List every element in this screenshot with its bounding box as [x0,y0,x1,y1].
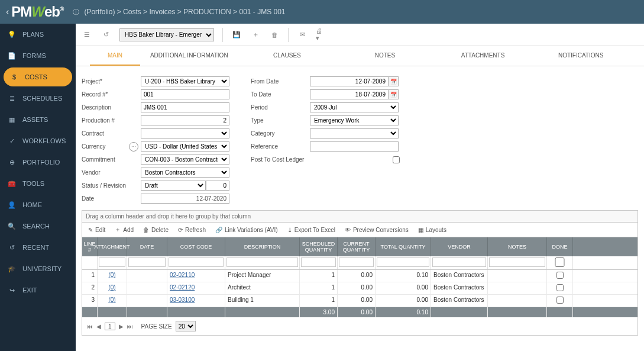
cell-cost-code[interactable]: 02-02120 [167,282,225,294]
grid-add-button[interactable]: ＋ Add [115,226,134,234]
sidebar-item-schedules[interactable]: ≣SCHEDULES [0,88,76,109]
save-icon[interactable]: 💾 [231,30,242,40]
sidebar-item-tools[interactable]: 🧰TOOLS [0,173,76,194]
tab-notifications[interactable]: NOTIFICATIONS [532,46,630,66]
grid-delete-button[interactable]: 🗑 Delete [143,226,169,234]
page-size-select[interactable]: 20 [176,321,196,331]
calendar-icon[interactable]: 📅 [389,89,399,99]
currency-select[interactable]: USD - Dollar (United States of America) [141,141,229,152]
description-input[interactable] [141,102,229,112]
sidebar-item-costs[interactable]: $COSTS [4,67,72,86]
grid-group-hint[interactable]: Drag a column header and drop it here to… [82,211,637,223]
currency-more-icon[interactable]: ⋯ [129,142,138,152]
calendar-icon[interactable]: 📅 [389,76,399,86]
sidebar-icon: ≣ [7,94,17,103]
list-icon[interactable]: ☰ [82,30,92,40]
filter-notes[interactable] [489,257,545,267]
print-icon[interactable]: 🖨 ▾ [316,30,326,40]
reference-input[interactable] [310,141,399,152]
grid-preview-button[interactable]: 👁 Preview Conversions [345,226,409,234]
record-select[interactable]: HBS Baker Library - Emergency Work [119,28,214,41]
sidebar-item-workflows[interactable]: ✓WORKFLOWS [0,130,76,152]
type-select[interactable]: Emergency Work [310,115,399,125]
col-done[interactable]: DONE [547,237,573,256]
sidebar-item-search[interactable]: 🔍SEARCH [0,215,76,237]
period-select[interactable]: 2009-Jul [310,102,399,112]
col-vendor[interactable]: VENDOR [431,237,488,256]
tab-notes[interactable]: NOTES [336,46,434,66]
sidebar-item-portfolio[interactable]: ⊕PORTFOLIO [0,152,76,173]
col-scheduled-qty[interactable]: SCHEDULED QUANTITY [300,237,338,256]
cell-cost-code[interactable]: 02-02110 [167,270,225,282]
sidebar-icon: ↪ [7,285,17,295]
label-from: From Date [251,78,310,85]
vendor-select[interactable]: Boston Contractors [141,168,229,178]
table-row[interactable]: 3(0)03-03100Building 110.000.00Boston Co… [82,295,637,307]
grid-layouts-button[interactable]: ▦ Layouts [418,226,446,234]
revision-input[interactable] [206,181,229,191]
history-icon[interactable]: ↺ [101,30,111,40]
pager-first-icon[interactable]: ⏮ [87,323,93,330]
col-description[interactable]: DESCRIPTION [225,237,300,256]
filter-attachment[interactable] [99,257,125,267]
sidebar-item-recent[interactable]: ↺RECENT [0,237,76,258]
col-total-qty[interactable]: TOTAL QUANTITY [376,237,431,256]
info-icon[interactable]: ⓘ [73,8,79,17]
filter-code[interactable] [169,257,224,267]
from-date-input[interactable] [310,76,389,86]
sidebar-item-university[interactable]: 🎓UNIVERSITY [0,258,76,279]
record-input[interactable] [141,89,229,99]
tab-clauses[interactable]: CLAUSES [238,46,336,66]
sidebar-item-assets[interactable]: ▦ASSETS [0,109,76,130]
col-current-qty[interactable]: CURRENT QUANTITY [338,237,376,256]
production-input[interactable] [141,115,229,125]
filter-desc[interactable] [226,257,298,267]
cell-done[interactable] [547,270,573,282]
pager-prev-icon[interactable]: ◀ [96,323,101,330]
filter-cq[interactable] [339,257,374,267]
pager-last-icon[interactable]: ⏭ [127,323,133,330]
col-date[interactable]: DATE [127,237,167,256]
filter-tq[interactable] [377,257,429,267]
category-select[interactable] [310,128,399,139]
post-checkbox[interactable] [393,156,400,163]
cell-done[interactable] [547,282,573,294]
cell-done[interactable] [547,295,573,307]
sidebar-item-home[interactable]: 👤HOME [0,194,76,215]
table-row[interactable]: 2(0)02-02120Architect10.000.00Boston Con… [82,282,637,295]
cell-attachment[interactable]: (0) [98,282,127,294]
filter-date[interactable] [128,257,166,267]
sidebar-icon: 🧰 [7,179,17,188]
add-icon[interactable]: ＋ [250,30,261,40]
grid-refresh-button[interactable]: ⟳ Refresh [178,226,206,234]
pager-next-icon[interactable]: ▶ [119,323,124,330]
table-row[interactable]: 1(0)02-02110Project Manager10.000.10Bost… [82,270,637,282]
sidebar-item-forms[interactable]: 📄FORMS [0,45,76,66]
status-select[interactable]: Draft [141,181,206,191]
back-chevron-icon[interactable]: ‹ [6,7,9,17]
cell-attachment[interactable]: (0) [98,270,127,282]
filter-sq[interactable] [301,257,336,267]
grid-link-button[interactable]: 🔗 Link Variations (AVI) [215,226,278,234]
cell-attachment[interactable]: (0) [98,295,127,307]
grid-edit-button[interactable]: ✎ Edit [88,226,105,234]
tab-attachments[interactable]: ATTACHMENTS [434,46,532,66]
grid-export-button[interactable]: ⤓ Export To Excel [287,226,335,234]
grid-header: LINE # ATTACHMENT DATE COST CODE DESCRIP… [82,237,637,256]
cell-cost-code[interactable]: 03-03100 [167,295,225,307]
to-date-input[interactable] [310,89,389,99]
col-attachment[interactable]: ATTACHMENT [98,237,127,256]
tab-additional-information[interactable]: ADDITIONAL INFORMATION [140,46,238,66]
delete-icon[interactable]: 🗑 [269,30,280,40]
col-cost-code[interactable]: COST CODE [167,237,225,256]
email-icon[interactable]: ✉ [297,30,308,40]
sidebar-item-plans[interactable]: 💡PLANS [0,24,76,45]
filter-done[interactable] [548,257,571,267]
commitment-select[interactable]: CON-003 - Boston Contractors - Comm [141,154,229,165]
contract-select[interactable] [141,128,229,139]
tab-main[interactable]: MAIN [90,46,140,66]
col-notes[interactable]: NOTES [488,237,547,256]
project-select[interactable]: U-200 - HBS Baker Library [141,76,229,86]
sidebar-item-exit[interactable]: ↪EXIT [0,279,76,301]
filter-vendor[interactable] [432,257,486,267]
